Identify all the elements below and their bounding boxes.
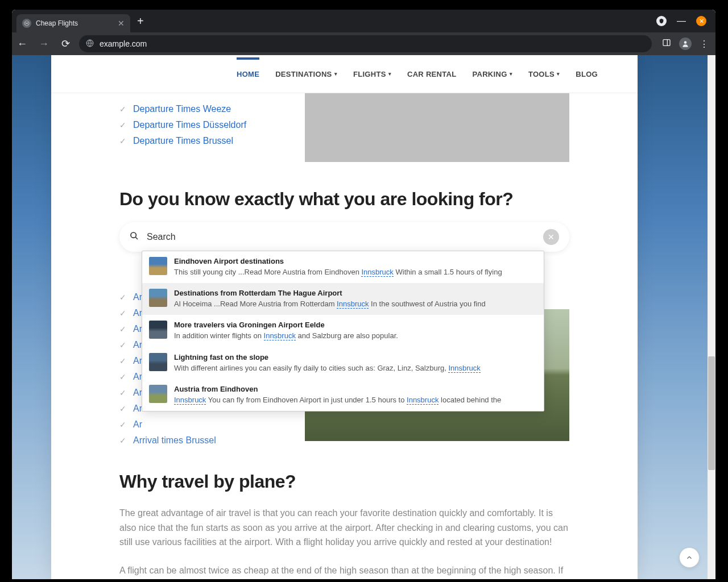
departure-link[interactable]: Departure Times Weeze xyxy=(133,104,231,114)
check-icon: ✓ xyxy=(119,293,126,302)
search-clear-button[interactable]: ✕ xyxy=(543,229,559,245)
check-icon: ✓ xyxy=(119,372,126,381)
departure-link[interactable]: Departure Times Düsseldorf xyxy=(133,120,246,130)
search-keyword: Innsbruck xyxy=(264,331,296,340)
reload-button[interactable]: ⟳ xyxy=(57,38,73,50)
arrival-link[interactable]: Ar xyxy=(133,340,142,350)
check-icon: ✓ xyxy=(119,404,126,413)
result-snippet: This still young city ...Read More Austr… xyxy=(174,267,537,277)
back-to-top-button[interactable] xyxy=(679,547,700,568)
search-input[interactable]: Search ✕ xyxy=(119,222,569,252)
main-navigation: HOMEDESTINATIONS▾FLIGHTS▾CAR RENTALPARKI… xyxy=(51,55,638,93)
browser-window: Cheap Flights ✕ + — ✕ ← → ⟳ example.com xyxy=(12,10,715,579)
search-result-item[interactable]: Austria from EindhovenInnsbruck You can … xyxy=(142,379,544,411)
search-result-item[interactable]: Lightning fast on the slopeWith differen… xyxy=(142,347,544,379)
search-keyword: Innsbruck xyxy=(337,300,369,309)
nav-item-home[interactable]: HOME xyxy=(237,57,259,91)
placeholder-image xyxy=(305,93,569,162)
nav-item-parking[interactable]: PARKING▾ xyxy=(472,57,512,91)
arrival-link[interactable]: Ar xyxy=(133,308,142,318)
result-thumbnail xyxy=(149,321,167,339)
page-content: HOMEDESTINATIONS▾FLIGHTS▾CAR RENTALPARKI… xyxy=(51,55,638,579)
nav-item-car-rental[interactable]: CAR RENTAL xyxy=(407,57,457,91)
search-result-item[interactable]: More travelers via Groningen Airport Eel… xyxy=(142,315,544,347)
tab-title: Cheap Flights xyxy=(36,19,78,27)
tab-close-icon[interactable]: ✕ xyxy=(118,19,125,28)
svg-line-6 xyxy=(135,237,138,239)
arrival-link[interactable]: Arrival times Brussel xyxy=(133,435,216,446)
result-thumbnail xyxy=(149,289,167,307)
page-viewport: HOMEDESTINATIONS▾FLIGHTS▾CAR RENTALPARKI… xyxy=(12,55,715,579)
arrival-link[interactable]: Ar xyxy=(133,419,142,430)
check-icon: ✓ xyxy=(119,436,126,445)
back-button[interactable]: ← xyxy=(14,38,30,50)
paragraph-2: A flight can be almost twice as cheap at… xyxy=(119,563,569,579)
search-result-item[interactable]: Destinations from Rotterdam The Hague Ai… xyxy=(142,283,544,315)
check-icon: ✓ xyxy=(119,309,126,318)
scrollbar-track[interactable] xyxy=(708,55,715,579)
check-icon: ✓ xyxy=(119,105,126,114)
arrival-link[interactable]: Ar xyxy=(133,388,142,398)
result-snippet: With different airlines you can easily f… xyxy=(174,363,537,373)
menu-button[interactable]: ⋮ xyxy=(700,39,709,49)
result-snippet: Innsbruck You can fly from Eindhoven Air… xyxy=(174,395,537,405)
site-info-icon[interactable] xyxy=(86,39,94,49)
departure-link[interactable]: Departure Times Brussel xyxy=(133,136,233,146)
search-keyword: Innsbruck xyxy=(174,396,206,405)
search-result-item[interactable]: Eindhoven Airport destinationsThis still… xyxy=(142,251,544,283)
arrival-link[interactable]: Ar xyxy=(133,356,142,366)
check-icon: ✓ xyxy=(119,388,126,397)
arrival-link[interactable]: Ar xyxy=(133,292,142,302)
check-icon: ✓ xyxy=(119,340,126,350)
nav-item-flights[interactable]: FLIGHTS▾ xyxy=(353,57,391,91)
nav-item-destinations[interactable]: DESTINATIONS▾ xyxy=(275,57,337,91)
arrival-link[interactable]: Ar xyxy=(133,404,142,414)
extension-icon[interactable] xyxy=(656,16,667,26)
content-area: ✓Departure Times Weeze✓Departure Times D… xyxy=(51,93,638,579)
search-heading: Do you know exactly what you are looking… xyxy=(119,189,569,210)
url-input[interactable]: example.com xyxy=(79,35,652,52)
url-text: example.com xyxy=(100,39,147,48)
window-controls: — ✕ xyxy=(656,16,711,26)
svg-point-4 xyxy=(684,41,687,44)
chevron-down-icon: ▾ xyxy=(510,71,512,77)
scrollbar-thumb[interactable] xyxy=(708,356,715,470)
result-body: Lightning fast on the slopeWith differen… xyxy=(174,353,537,373)
result-title: Austria from Eindhoven xyxy=(174,385,537,393)
chevron-down-icon: ▾ xyxy=(388,71,391,77)
result-snippet: In addition winter flights on Innsbruck … xyxy=(174,331,537,341)
tab-favicon xyxy=(22,19,31,28)
search-label: Search xyxy=(147,232,535,242)
result-title: Lightning fast on the slope xyxy=(174,353,537,361)
svg-rect-2 xyxy=(663,40,670,46)
chevron-down-icon: ▾ xyxy=(557,71,560,77)
arrival-link[interactable]: Ar xyxy=(133,324,142,334)
result-body: Destinations from Rotterdam The Hague Ai… xyxy=(174,289,537,309)
panel-toggle-icon[interactable] xyxy=(662,38,671,49)
result-body: Austria from EindhovenInnsbruck You can … xyxy=(174,385,537,405)
nav-item-tools[interactable]: TOOLS▾ xyxy=(528,57,560,91)
tab-strip: Cheap Flights ✕ + — ✕ xyxy=(12,10,715,32)
paragraph-1: The great advantage of air travel is tha… xyxy=(119,506,569,550)
arrival-link[interactable]: Ar xyxy=(133,372,142,382)
nav-item-blog[interactable]: BLOG xyxy=(576,57,598,91)
check-icon: ✓ xyxy=(119,356,126,365)
search-keyword: Innsbruck xyxy=(361,268,393,277)
close-window-button[interactable]: ✕ xyxy=(696,16,706,26)
result-title: Eindhoven Airport destinations xyxy=(174,257,537,265)
result-thumbnail xyxy=(149,385,167,403)
result-thumbnail xyxy=(149,257,167,275)
new-tab-button[interactable]: + xyxy=(133,15,148,28)
forward-button[interactable]: → xyxy=(36,38,52,50)
check-icon: ✓ xyxy=(119,120,126,130)
minimize-button[interactable]: — xyxy=(677,16,686,26)
browser-tab[interactable]: Cheap Flights ✕ xyxy=(16,14,130,32)
search-icon xyxy=(130,231,139,243)
svg-point-5 xyxy=(131,232,136,238)
result-body: Eindhoven Airport destinationsThis still… xyxy=(174,257,537,277)
result-snippet: Al Hoceima ...Read More Austria from Rot… xyxy=(174,299,537,309)
profile-button[interactable] xyxy=(679,38,692,50)
search-keyword: Innsbruck xyxy=(407,396,439,405)
address-bar: ← → ⟳ example.com ⋮ xyxy=(12,32,715,55)
chevron-down-icon: ▾ xyxy=(334,71,337,77)
